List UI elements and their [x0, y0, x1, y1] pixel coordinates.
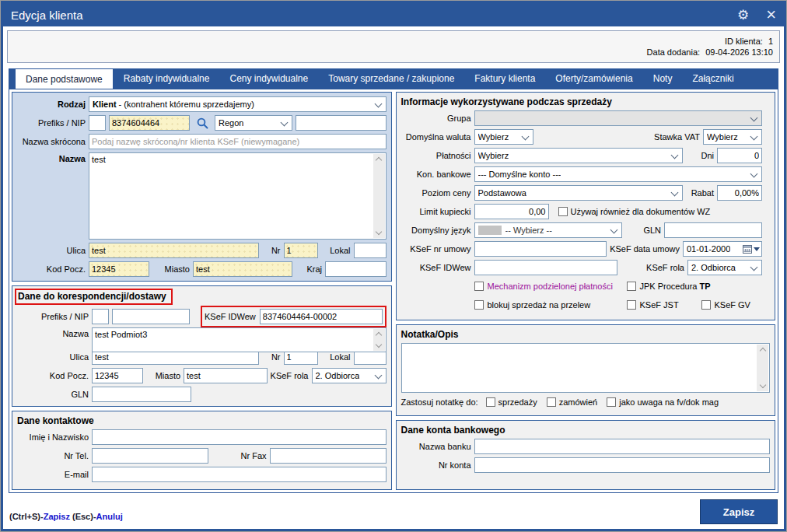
- ksef-data-umowy-datepicker[interactable]: 01-01-2000: [683, 241, 762, 257]
- lokal-input[interactable]: [354, 243, 387, 258]
- nr-fax-input[interactable]: [270, 448, 387, 464]
- scroll-down-icon[interactable]: [376, 342, 382, 348]
- client-info-strip: ID klienta: 1 Data dodania: 09-04-2026 1…: [7, 30, 780, 63]
- imie-nazwisko-input[interactable]: [92, 429, 387, 445]
- ksef-rola-select[interactable]: 2. Odbiorca: [687, 260, 762, 275]
- kon-bankowe-select[interactable]: --- Domyślne konto ---: [474, 166, 763, 182]
- ksef-nr-umowy-label: KSeF nr umowy: [401, 244, 471, 254]
- tab-ceny-indywidualne[interactable]: Ceny indywidualne: [219, 68, 318, 89]
- edit-client-window: Edycja klienta ⚙ × ID klienta: 1 Data do…: [0, 0, 787, 532]
- rabat-input[interactable]: [717, 185, 762, 201]
- stawka-vat-label: Stawka VAT: [537, 132, 701, 142]
- kor-prefiks-input[interactable]: [92, 309, 109, 324]
- tab-faktury-klienta[interactable]: Faktury klienta: [464, 68, 545, 89]
- save-button[interactable]: Zapisz: [700, 499, 778, 524]
- prefiks-input[interactable]: [89, 115, 106, 131]
- scroll-up-icon[interactable]: [376, 156, 382, 163]
- hint-zapisz-link[interactable]: Zapisz: [44, 512, 70, 521]
- ksef-idwew-input[interactable]: [474, 260, 617, 275]
- ksef-gv-checkbox[interactable]: [701, 300, 711, 310]
- kor-nip-input[interactable]: [112, 309, 190, 324]
- kraj-input[interactable]: [325, 261, 387, 277]
- chevron-down-icon: [522, 133, 530, 141]
- scrollbar[interactable]: [373, 154, 385, 238]
- miasto-input[interactable]: [193, 261, 292, 277]
- regon-select[interactable]: Regon: [215, 115, 292, 131]
- notatka-sprzedazy-checkbox[interactable]: [486, 397, 495, 407]
- tab-bar: Dane podstawowe Rabaty indywidualne Ceny…: [9, 68, 778, 89]
- limit-kupiecki-input[interactable]: [474, 204, 549, 219]
- notatka-uwaga-checkbox[interactable]: [607, 397, 616, 407]
- platnosci-select[interactable]: Wybierz: [474, 148, 683, 163]
- kor-nazwa-textarea[interactable]: test Podmiot3: [92, 327, 387, 352]
- scrollbar[interactable]: [757, 345, 768, 391]
- scroll-down-icon[interactable]: [760, 383, 766, 389]
- nr-fax-label: Nr Fax: [212, 451, 267, 460]
- chevron-down-icon: [375, 100, 383, 108]
- chevron-down-icon: [610, 226, 618, 234]
- scroll-down-icon[interactable]: [376, 229, 382, 236]
- regon-result-input[interactable]: [296, 115, 387, 131]
- jpk-tp-checkbox[interactable]: [627, 282, 636, 291]
- nip-input[interactable]: [109, 115, 190, 131]
- kor-kod-pocz-input[interactable]: [92, 368, 143, 383]
- tab-noty[interactable]: Noty: [643, 68, 683, 89]
- rabat-label: Rabat: [686, 188, 715, 198]
- scroll-up-icon[interactable]: [760, 347, 766, 353]
- kor-gln-input[interactable]: [92, 387, 191, 402]
- nazwa-label: Nazwa: [17, 154, 86, 163]
- nazwa-skrocona-input[interactable]: [89, 134, 387, 149]
- email-label: E-mail: [17, 470, 89, 479]
- hint-anuluj-link[interactable]: Anuluj: [96, 512, 123, 521]
- nazwa-textarea[interactable]: test: [89, 152, 387, 240]
- tab-oferty-zamowienia[interactable]: Oferty/zamówienia: [545, 68, 642, 89]
- section-korespondencja: Dane do korespondencji/dostawy Prefiks /…: [12, 285, 392, 407]
- language-flag-placeholder: [478, 226, 502, 235]
- gln-input[interactable]: [664, 222, 762, 238]
- nazwa-banku-input[interactable]: [474, 439, 771, 454]
- blokuj-przelew-checkbox[interactable]: [474, 300, 484, 310]
- stawka-vat-select[interactable]: Wybierz: [703, 129, 762, 145]
- dni-input[interactable]: [717, 148, 762, 163]
- chevron-down-icon: [671, 152, 679, 159]
- tab-dane-podstawowe[interactable]: Dane podstawowe: [15, 68, 114, 89]
- kor-miasto-input[interactable]: [184, 368, 268, 383]
- tab-towary[interactable]: Towary sprzedane / zakupione: [318, 68, 464, 89]
- nr-input[interactable]: [284, 243, 318, 258]
- kor-ksef-idwew-input[interactable]: [260, 309, 383, 324]
- kod-pocz-input[interactable]: [89, 261, 149, 277]
- ksef-jst-checkbox[interactable]: [627, 300, 636, 310]
- chevron-down-icon: [750, 264, 758, 271]
- notatka-zamowien-checkbox[interactable]: [547, 397, 556, 407]
- imie-nazwisko-label: Imię i Nazwisko: [17, 432, 89, 442]
- tab-rabaty-indywidualne[interactable]: Rabaty indywidualne: [114, 68, 220, 89]
- scrollbar[interactable]: [373, 329, 385, 351]
- chevron-down-icon: [375, 372, 383, 380]
- nr-konta-input[interactable]: [474, 457, 771, 473]
- notatka-textarea[interactable]: [401, 343, 771, 393]
- close-icon[interactable]: ×: [766, 6, 776, 23]
- settings-gear-icon[interactable]: ⚙: [737, 9, 749, 22]
- ksef-nr-umowy-input[interactable]: [474, 241, 607, 257]
- email-input[interactable]: [92, 467, 387, 482]
- nr-tel-label: Nr Tel.: [17, 451, 89, 460]
- nr-tel-input[interactable]: [92, 448, 208, 464]
- domyslny-jezyk-select[interactable]: -- Wybierz --: [474, 222, 622, 238]
- poziom-ceny-select[interactable]: Podstawowa: [474, 185, 683, 201]
- rodzaj-select[interactable]: Klient - (kontrahent któremu sprzedajemy…: [89, 96, 387, 112]
- zastosuj-notatke-label: Zastosuj notatkę do:: [401, 397, 478, 407]
- ksef-jst-checkbox-label: KSeF JST: [640, 300, 679, 310]
- tab-zalaczniki[interactable]: Załączniki: [682, 68, 743, 89]
- search-icon[interactable]: [193, 115, 212, 131]
- scroll-up-icon[interactable]: [376, 331, 382, 338]
- domyslna-waluta-select[interactable]: Wybierz: [474, 129, 533, 145]
- korespondencja-title-highlighted: Dane do korespondencji/dostawy: [15, 289, 173, 305]
- kor-ksef-rola-select[interactable]: 2. Odbiorca: [312, 368, 387, 383]
- wz-checkbox[interactable]: [558, 207, 568, 216]
- ulica-input[interactable]: [89, 243, 259, 258]
- mpp-checkbox[interactable]: [474, 282, 484, 291]
- ksef-data-umowy-label: KSeF data umowy: [610, 244, 680, 254]
- chevron-down-icon: [754, 247, 760, 251]
- nr-label: Nr: [262, 246, 281, 255]
- chevron-down-icon: [671, 189, 679, 197]
